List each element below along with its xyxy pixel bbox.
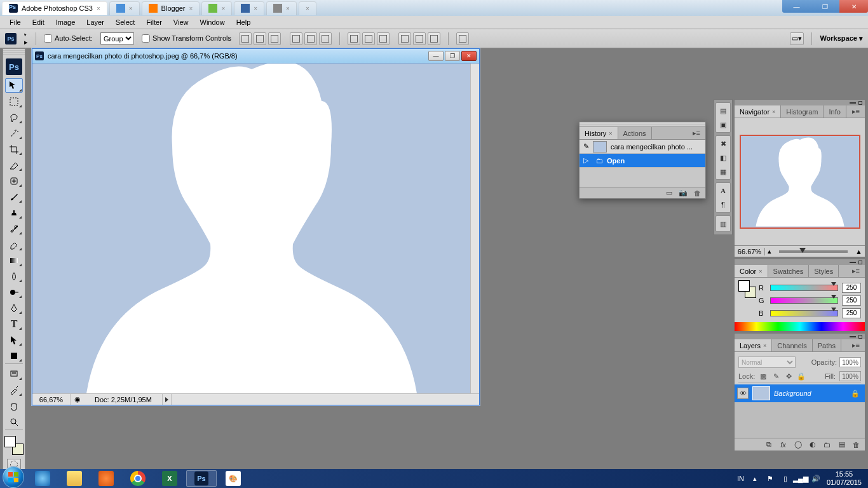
distribute-button[interactable] bbox=[398, 32, 411, 45]
document-close-button[interactable]: ✕ bbox=[461, 51, 477, 61]
panel-grip[interactable] bbox=[580, 122, 705, 127]
panel-icon[interactable]: ▦ bbox=[717, 166, 729, 177]
type-tool[interactable]: T bbox=[5, 316, 23, 331]
taskbar-paint[interactable]: 🎨 bbox=[218, 470, 248, 487]
tab-color[interactable]: Color× bbox=[735, 265, 768, 277]
tool-presets-panel-icon[interactable]: ✖ bbox=[717, 138, 729, 149]
browser-tab[interactable]: × bbox=[109, 1, 140, 15]
panel-menu-icon[interactable]: ▸≡ bbox=[688, 127, 705, 139]
menu-help[interactable]: Help bbox=[231, 17, 257, 28]
menu-select[interactable]: Select bbox=[110, 17, 141, 28]
taskbar-chrome[interactable] bbox=[123, 470, 153, 487]
close-icon[interactable]: × bbox=[759, 268, 762, 274]
minimize-icon[interactable] bbox=[850, 102, 856, 104]
panel-menu-icon[interactable]: ▸≡ bbox=[847, 265, 865, 277]
network-icon[interactable]: ▂▄▆ bbox=[796, 474, 805, 483]
slice-tool[interactable] bbox=[5, 158, 23, 172]
distribute-button[interactable] bbox=[428, 32, 440, 45]
horizontal-scrollbar[interactable] bbox=[171, 394, 479, 405]
panel-icon[interactable]: ▥ bbox=[717, 218, 729, 229]
history-snapshot-row[interactable]: ✎ cara mengecilkan photo ... bbox=[580, 140, 705, 154]
green-value[interactable]: 250 bbox=[842, 295, 861, 306]
zoom-in-icon[interactable]: ▲ bbox=[853, 248, 865, 255]
visibility-toggle-icon[interactable]: 👁 bbox=[737, 388, 749, 399]
new-layer-icon[interactable]: ▤ bbox=[837, 440, 846, 449]
color-wells[interactable] bbox=[4, 436, 24, 455]
green-slider[interactable] bbox=[770, 297, 838, 304]
red-value[interactable]: 250 bbox=[842, 283, 861, 293]
blue-slider[interactable] bbox=[770, 310, 838, 316]
screen-mode-icon[interactable]: ▭▾ bbox=[790, 32, 804, 45]
battery-icon[interactable]: ▯ bbox=[781, 474, 790, 483]
menu-image[interactable]: Image bbox=[50, 17, 81, 28]
vertical-scrollbar[interactable] bbox=[470, 64, 479, 393]
close-icon[interactable]: × bbox=[772, 109, 775, 115]
brush-tool[interactable] bbox=[5, 189, 23, 204]
blur-tool[interactable] bbox=[5, 269, 23, 283]
browser-tab[interactable]: Ps Adobe Photoshop CS3 × bbox=[2, 1, 107, 15]
tab-close-icon[interactable]: × bbox=[306, 5, 309, 12]
zoom-tool[interactable] bbox=[5, 414, 23, 429]
history-brush-tool[interactable] bbox=[5, 221, 23, 236]
opacity-field[interactable] bbox=[839, 357, 861, 367]
fill-field[interactable] bbox=[839, 371, 861, 381]
align-bottom-button[interactable] bbox=[268, 32, 281, 45]
menu-filter[interactable]: Filter bbox=[140, 17, 167, 28]
tab-info[interactable]: Info bbox=[824, 105, 846, 118]
history-step-row[interactable]: ▷ 🗀 Open bbox=[580, 154, 705, 168]
menu-view[interactable]: View bbox=[168, 17, 194, 28]
info-menu-icon[interactable] bbox=[165, 397, 168, 402]
close-icon[interactable] bbox=[858, 335, 862, 339]
layer-name[interactable]: Background bbox=[774, 390, 811, 397]
navigator-preview[interactable] bbox=[735, 118, 865, 245]
browser-tab[interactable]: × bbox=[201, 1, 232, 15]
brushes-panel-icon[interactable]: ▤ bbox=[717, 105, 729, 116]
clone-stamp-tool[interactable] bbox=[5, 205, 23, 220]
close-icon[interactable] bbox=[858, 101, 862, 105]
taskbar-explorer[interactable] bbox=[59, 470, 90, 487]
distribute-button[interactable] bbox=[362, 32, 375, 45]
tab-channels[interactable]: Channels bbox=[772, 339, 812, 351]
taskbar-ie[interactable] bbox=[27, 470, 58, 487]
lock-position-icon[interactable]: ✥ bbox=[784, 372, 793, 381]
magic-wand-tool[interactable] bbox=[5, 126, 23, 140]
document-minimize-button[interactable]: — bbox=[428, 51, 444, 61]
input-language[interactable]: IN bbox=[737, 475, 744, 482]
lasso-tool[interactable] bbox=[5, 110, 23, 125]
close-icon[interactable]: × bbox=[609, 130, 612, 137]
marquee-tool[interactable] bbox=[5, 94, 23, 109]
close-icon[interactable] bbox=[858, 261, 862, 264]
action-center-icon[interactable]: ⚑ bbox=[766, 474, 775, 483]
zoom-menu-icon[interactable]: ◉ bbox=[71, 395, 85, 403]
tab-close-icon[interactable]: × bbox=[129, 5, 133, 12]
zoom-value[interactable]: 66.67% bbox=[735, 248, 765, 255]
distribute-button[interactable] bbox=[413, 32, 426, 45]
show-transform-checkbox[interactable]: Show Transform Controls bbox=[142, 34, 231, 43]
tab-layers[interactable]: Layers× bbox=[735, 339, 772, 351]
start-button[interactable] bbox=[0, 469, 27, 488]
adjustment-layer-icon[interactable]: ◐ bbox=[808, 440, 817, 449]
eraser-tool[interactable] bbox=[5, 237, 23, 252]
close-icon[interactable]: × bbox=[763, 342, 766, 349]
new-group-icon[interactable]: 🗀 bbox=[822, 440, 832, 449]
pen-tool[interactable] bbox=[5, 301, 23, 315]
tab-swatches[interactable]: Swatches bbox=[768, 265, 810, 277]
delete-state-icon[interactable]: 🗑 bbox=[693, 189, 702, 198]
browser-tab[interactable]: Blogger× bbox=[142, 1, 200, 15]
shape-tool[interactable] bbox=[5, 348, 23, 363]
tab-navigator[interactable]: Navigator× bbox=[735, 105, 781, 118]
layers-empty-area[interactable] bbox=[735, 402, 865, 438]
taskbar-mediaplayer[interactable] bbox=[91, 470, 121, 487]
tab-history[interactable]: History× bbox=[580, 127, 618, 139]
tab-close-icon[interactable]: × bbox=[286, 5, 290, 12]
color-wells[interactable] bbox=[738, 280, 756, 298]
window-maximize-button[interactable]: ❐ bbox=[811, 0, 839, 13]
blend-mode-dropdown[interactable]: Normal bbox=[738, 356, 796, 368]
lock-all-icon[interactable]: 🔒 bbox=[797, 372, 806, 381]
volume-icon[interactable]: 🔊 bbox=[811, 474, 820, 483]
delete-layer-icon[interactable]: 🗑 bbox=[851, 440, 861, 449]
minimize-icon[interactable] bbox=[850, 336, 856, 337]
menu-edit[interactable]: Edit bbox=[27, 17, 50, 28]
document-maximize-button[interactable]: ❐ bbox=[445, 51, 460, 61]
align-left-button[interactable] bbox=[290, 32, 302, 45]
